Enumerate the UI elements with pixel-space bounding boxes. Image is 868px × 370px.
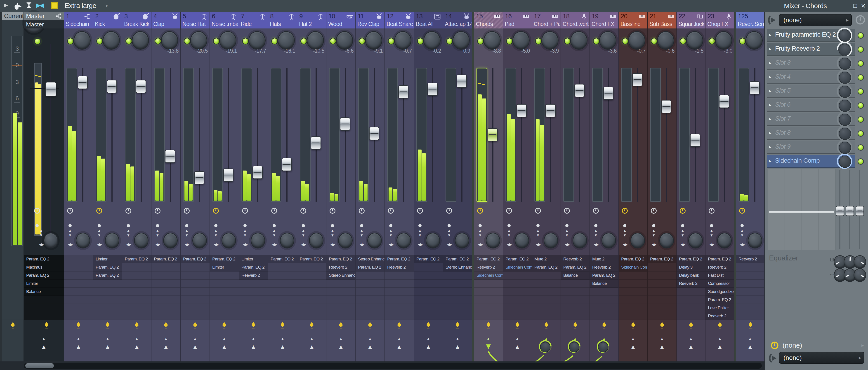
plugin-slot-empty[interactable] xyxy=(93,296,122,304)
volume-fader-handle[interactable] xyxy=(282,158,292,171)
horizontal-scrollbar[interactable] xyxy=(24,363,762,369)
slot-enable-led[interactable] xyxy=(858,102,864,109)
send-lamp-icon[interactable] xyxy=(688,321,694,329)
plugin-slot-empty[interactable] xyxy=(532,288,561,296)
plugin-slot-empty[interactable] xyxy=(181,280,210,288)
plugin-slot-empty[interactable] xyxy=(122,288,151,296)
route-to-master-arrow-icon[interactable]: ▲ xyxy=(648,343,676,350)
plugin-slot[interactable]: Param. EQ 2 xyxy=(210,255,239,263)
route-up-caret-icon[interactable]: ▲ xyxy=(327,337,355,340)
send-lamp-icon[interactable] xyxy=(133,321,140,329)
slot-plugin-name[interactable]: Slot 9 xyxy=(775,143,836,150)
track-enable-led[interactable] xyxy=(213,38,220,44)
slot-plugin-name[interactable]: Fruity parametric EQ 2 xyxy=(775,31,836,38)
strip-header[interactable]: 5Noise Hat xyxy=(181,12,210,29)
polarity-clock-icon[interactable] xyxy=(416,207,423,214)
stereo-pan-arrows[interactable]: ◀▶ xyxy=(299,242,308,247)
slot-mix-knob[interactable] xyxy=(837,140,852,155)
send-lamp-icon[interactable] xyxy=(192,321,198,329)
track-enable-led[interactable] xyxy=(477,38,484,44)
stereo-separation-arrows[interactable]: ▲▼ xyxy=(95,228,103,238)
stereo-separation-knob[interactable] xyxy=(601,233,616,248)
send-lamp-icon[interactable] xyxy=(572,321,579,329)
stereo-separation-arrows[interactable]: ▲▼ xyxy=(66,228,74,238)
polarity-clock-icon[interactable] xyxy=(535,207,541,214)
plugin-slot-empty[interactable] xyxy=(677,296,705,304)
input-time-knob[interactable] xyxy=(855,14,866,25)
volume-fader-handle[interactable] xyxy=(45,82,56,96)
volume-fader-handle[interactable] xyxy=(575,84,585,97)
track-enable-led[interactable] xyxy=(34,38,41,45)
slot-plugin-name[interactable]: Slot 3 xyxy=(775,59,836,66)
route-to-master-arrow-icon[interactable]: ▲ xyxy=(297,343,326,350)
send-lamp-icon[interactable] xyxy=(367,321,373,329)
send-lamp-icon[interactable] xyxy=(630,321,637,329)
stereo-separation-knob[interactable] xyxy=(309,233,323,248)
strip-header[interactable]: 23Chop FX xyxy=(706,12,734,29)
stereo-separation-knob[interactable] xyxy=(192,233,207,248)
plugin-slot-empty[interactable] xyxy=(443,296,472,304)
route-to-master-arrow-icon[interactable]: ▲ xyxy=(122,343,151,350)
plugin-slot[interactable]: Delay 3 xyxy=(677,263,705,271)
pan-knob[interactable] xyxy=(365,31,382,50)
fx-slot-9[interactable]: ▸Slot 9 xyxy=(767,141,868,154)
plugin-slot-empty[interactable] xyxy=(297,304,326,312)
strip-header[interactable]: 9Hat 2 xyxy=(297,12,326,29)
slot-plugin-name[interactable]: Slot 4 xyxy=(775,73,836,80)
send-lamp-icon[interactable] xyxy=(221,321,228,329)
plugin-slot[interactable]: Compressor xyxy=(706,280,734,288)
stereo-separation-knob[interactable] xyxy=(572,233,587,248)
route-up-caret-icon[interactable]: ▲ xyxy=(590,337,618,340)
route-to-master-arrow-icon[interactable]: ▲ xyxy=(181,343,210,350)
fx-slot-4[interactable]: ▸Slot 4 xyxy=(767,71,868,83)
stereo-separation-knob[interactable] xyxy=(163,233,178,248)
slot-plugin-name[interactable]: Slot 8 xyxy=(775,129,836,136)
volume-fader-handle[interactable] xyxy=(223,169,234,181)
stereo-separation-arrows[interactable]: ▲▼ xyxy=(620,228,629,238)
stereo-separation-arrows[interactable]: ▲▼ xyxy=(592,228,600,238)
plugin-slot-empty[interactable] xyxy=(64,288,93,296)
plugin-slot-empty[interactable] xyxy=(414,304,443,312)
fader-track[interactable] xyxy=(637,68,638,202)
slot-mix-knob[interactable] xyxy=(837,154,852,169)
stereo-separation-knob[interactable] xyxy=(367,233,382,248)
plugin-slot-empty[interactable] xyxy=(181,263,210,271)
route-to-master-arrow-icon[interactable]: ▲ xyxy=(503,343,532,350)
stereo-separation-arrows[interactable]: ▲▼ xyxy=(182,228,191,238)
clock-icon[interactable] xyxy=(770,341,779,350)
fx-slot-2[interactable]: ▸Fruity Reeverb 2 xyxy=(767,43,868,56)
stereo-separation-arrows[interactable]: ▲▼ xyxy=(299,228,308,238)
stereo-separation-arrows[interactable]: ▲▼ xyxy=(153,228,162,238)
plugin-slot[interactable]: Reeverb 2 xyxy=(590,263,618,271)
plugin-slot[interactable]: Param. EQ 2 xyxy=(93,263,122,271)
route-to-master-arrow-icon[interactable]: ▲ xyxy=(64,343,93,350)
polarity-clock-icon[interactable] xyxy=(446,207,453,214)
volume-fader-handle[interactable] xyxy=(252,166,263,179)
pan-knob[interactable] xyxy=(103,31,120,50)
pan-knob[interactable] xyxy=(307,31,324,50)
plugin-slot-empty[interactable] xyxy=(561,304,590,312)
track-enable-led[interactable] xyxy=(651,38,657,44)
plugin-slot-empty[interactable] xyxy=(297,271,326,280)
plugin-slot[interactable]: Param. EQ 2 xyxy=(151,255,180,263)
strip-header[interactable]: 17Chord + Pad xyxy=(532,12,561,29)
plugin-slot-empty[interactable] xyxy=(443,304,472,312)
plugin-slot-empty[interactable] xyxy=(210,288,239,296)
plugin-slot-empty[interactable] xyxy=(414,280,443,288)
stereo-separation-knob[interactable] xyxy=(659,233,674,248)
send-lamp-icon[interactable] xyxy=(279,321,286,329)
plugin-slot[interactable]: Param. EQ 2 xyxy=(503,255,532,263)
stereo-separation-arrows[interactable]: ▲▼ xyxy=(707,228,716,238)
stereo-separation-arrows[interactable]: ▲▼ xyxy=(241,228,249,238)
plugin-slot-empty[interactable] xyxy=(385,304,414,312)
polarity-clock-icon[interactable] xyxy=(506,207,513,214)
plugin-slot-empty[interactable] xyxy=(64,304,93,312)
fader-track[interactable] xyxy=(550,68,551,202)
plugin-slot-empty[interactable] xyxy=(122,296,151,304)
stereo-separation-arrows[interactable]: ▲▼ xyxy=(476,228,485,238)
plugin-slot-empty[interactable] xyxy=(619,280,647,288)
mixer-strip-current[interactable]: Current30369 xyxy=(2,12,24,362)
stereo-separation-knob[interactable] xyxy=(515,233,529,248)
stereo-pan-arrows[interactable]: ◀▶ xyxy=(534,242,542,247)
plugin-slot[interactable]: Mute 2 xyxy=(590,255,618,263)
